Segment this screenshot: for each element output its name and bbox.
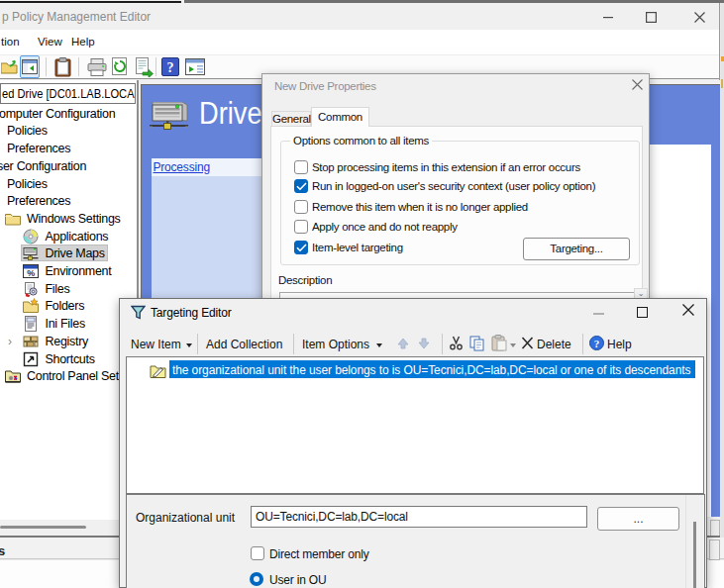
- processing-link[interactable]: Processing: [154, 160, 210, 174]
- help-icon[interactable]: ?: [161, 57, 179, 80]
- gpme-minimize-button[interactable]: [593, 3, 623, 30]
- tree-item-shortcuts[interactable]: Shortcuts: [0, 350, 137, 368]
- export-list-icon[interactable]: [135, 57, 154, 81]
- menu-action[interactable]: tion: [1, 36, 20, 48]
- scrollbar-thumb[interactable]: [0, 526, 86, 529]
- targeting-button[interactable]: Targeting...: [523, 238, 630, 260]
- paste-dropdown-arrow[interactable]: [510, 343, 516, 347]
- item-options-dropdown-arrow[interactable]: [376, 343, 382, 347]
- checkbox-checked[interactable]: [294, 241, 308, 254]
- te-minimize-button[interactable]: [593, 313, 604, 315]
- user-in-ou-label: User in OU: [269, 573, 326, 587]
- dialog-close-button[interactable]: [626, 77, 648, 97]
- disc-icon: [23, 229, 39, 245]
- organizational-unit-input[interactable]: OU=Tecnici,DC=lab,DC=local: [251, 506, 587, 528]
- pane-corner-box: [710, 520, 720, 537]
- refresh-icon[interactable]: [111, 57, 129, 81]
- tree-item-ser-configuration[interactable]: ser Configuration: [0, 157, 137, 175]
- properties-vertical-scrollbar[interactable]: [685, 495, 704, 588]
- console-tree-toggle-icon[interactable]: [20, 55, 40, 78]
- targeting-item-text: the organizational unit the user belongs…: [172, 363, 690, 377]
- behind-scroll-box: [709, 539, 720, 560]
- menu-help[interactable]: Help: [71, 36, 95, 48]
- delete-x-icon[interactable]: [521, 337, 534, 352]
- new-item-button[interactable]: New Item: [131, 338, 181, 351]
- menu-view[interactable]: View: [38, 36, 62, 48]
- tab-general[interactable]: General: [271, 111, 311, 126]
- checkbox-checked[interactable]: [294, 179, 308, 193]
- tree-item-registry[interactable]: ›Registry: [0, 333, 137, 350]
- delete-button[interactable]: Delete: [537, 338, 571, 351]
- tree-item-files[interactable]: Files: [0, 280, 137, 298]
- up-arrow-icon[interactable]: [396, 337, 410, 353]
- gpme-titlebar[interactable]: p Policy Management Editor: [0, 3, 719, 30]
- te-close-button[interactable]: [676, 301, 700, 325]
- tree-item-folders[interactable]: Folders: [0, 297, 137, 315]
- tree-horizontal-scrollbar[interactable]: [0, 520, 137, 536]
- files-icon: [23, 281, 39, 297]
- tree-item-preferences[interactable]: Preferences: [0, 192, 137, 210]
- tree-item-label: Shortcuts: [46, 352, 95, 366]
- tree-item-policies[interactable]: Policies: [0, 122, 137, 140]
- shortcut-icon: [23, 351, 39, 367]
- paste-icon[interactable]: [491, 335, 507, 354]
- tree-item-applications[interactable]: Applications: [0, 228, 137, 245]
- tree-item-windows-settings[interactable]: Windows Settings: [0, 210, 137, 228]
- checkbox-unchecked[interactable]: [294, 200, 308, 214]
- help-button[interactable]: Help: [607, 338, 632, 351]
- folders-icon: [23, 298, 39, 314]
- targeting-item-row[interactable]: the organizational unit the user belongs…: [169, 360, 695, 378]
- folder-forward-icon[interactable]: [1, 59, 18, 79]
- printer-icon[interactable]: [87, 58, 107, 80]
- toolbar-separator: [197, 334, 198, 354]
- item-options-button[interactable]: Item Options: [302, 338, 369, 351]
- add-collection-button[interactable]: Add Collection: [206, 338, 282, 351]
- tree-item-drive-maps[interactable]: Drive Maps: [0, 245, 137, 262]
- direct-member-only-checkbox[interactable]: [251, 546, 264, 560]
- new-item-dropdown-arrow[interactable]: [186, 343, 192, 347]
- tree-item-omputer-configuration[interactable]: omputer Configuration: [0, 105, 137, 123]
- checkbox-label: Run in logged-on user's security context…: [312, 180, 595, 192]
- copy-icon[interactable]: [469, 336, 485, 354]
- tree-item-control-panel-sett[interactable]: Control Panel Sett: [0, 367, 137, 385]
- tree-item-label: Control Panel Sett: [27, 369, 122, 383]
- gpme-close-button[interactable]: [684, 3, 714, 30]
- environment-icon: %: [23, 263, 39, 279]
- tree-item-environment[interactable]: %Environment: [0, 262, 137, 280]
- targeting-editor-dialog: Targeting Editor New Item Add Collection…: [119, 298, 707, 588]
- tree-item-label: Preferences: [7, 194, 70, 208]
- tree-item-label: Registry: [46, 335, 88, 348]
- direct-member-only-label: Direct member only: [269, 547, 368, 561]
- toolbar-separator: [582, 334, 583, 354]
- clipboard-icon[interactable]: [54, 57, 71, 81]
- svg-text:?: ?: [167, 60, 174, 75]
- tree-item-ini-files[interactable]: Ini Files: [0, 315, 137, 333]
- top-edge-line-left: [0, 1, 181, 3]
- tree-item-label: Windows Settings: [27, 212, 121, 226]
- tab-common[interactable]: Common: [311, 107, 369, 127]
- te-maximize-button[interactable]: [637, 307, 648, 318]
- checkbox-unchecked[interactable]: [294, 160, 308, 174]
- down-arrow-icon[interactable]: [417, 337, 431, 353]
- cut-icon[interactable]: [449, 336, 464, 353]
- organizational-unit-icon: [150, 363, 166, 379]
- checkbox-unchecked[interactable]: [294, 220, 308, 234]
- gpme-maximize-button[interactable]: [636, 3, 666, 30]
- tree-item-policies[interactable]: Policies: [0, 175, 137, 193]
- expand-chevron-icon[interactable]: ›: [8, 335, 12, 348]
- toolbar-separator: [155, 57, 156, 76]
- checkbox-label: Apply once and do not reapply: [312, 221, 458, 233]
- scrollbar-thumb[interactable]: [693, 522, 696, 588]
- dialog-title: New Drive Properties: [274, 80, 376, 92]
- tree-item-preferences[interactable]: Preferences: [0, 140, 137, 157]
- organizational-unit-label: Organizational unit: [136, 511, 235, 525]
- help-icon[interactable]: ?: [589, 336, 604, 353]
- behind-orange-fragment-2: [721, 79, 723, 88]
- folder-cp-icon: [5, 368, 21, 384]
- console-window-icon[interactable]: [185, 58, 205, 79]
- common-tab-page: Options common to all items Stop process…: [270, 126, 643, 310]
- browse-button[interactable]: ...: [597, 507, 679, 531]
- top-edge-line-right: [184, 0, 724, 3]
- user-in-ou-radio[interactable]: [250, 572, 263, 586]
- svg-text:?: ?: [594, 338, 600, 349]
